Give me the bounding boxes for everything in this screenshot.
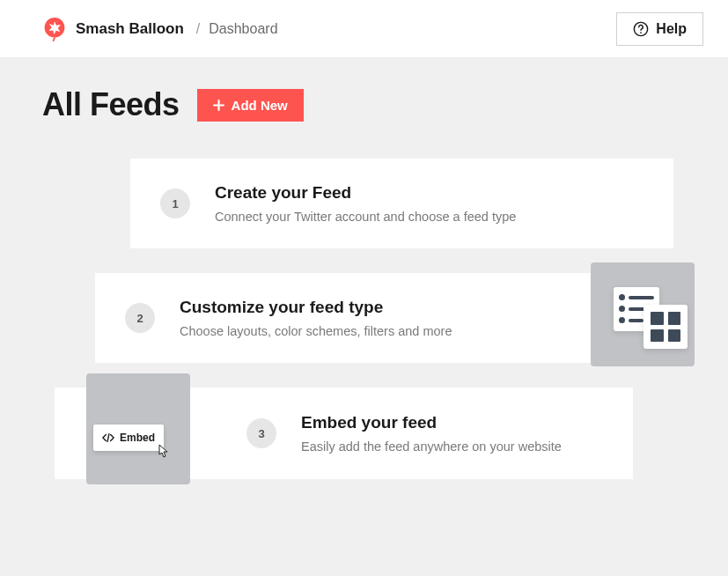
help-button[interactable]: Help bbox=[616, 12, 703, 46]
add-new-label: Add New bbox=[232, 98, 288, 113]
brand: Smash Balloon / Dashboard bbox=[42, 17, 278, 41]
help-label: Help bbox=[656, 21, 687, 37]
plus-icon bbox=[213, 100, 224, 111]
embed-illustration: Embed bbox=[85, 372, 190, 486]
main-content: All Feeds Add New 1 Create your Feed Con… bbox=[0, 58, 728, 507]
step-title: Embed your feed bbox=[301, 413, 603, 432]
svg-point-2 bbox=[640, 32, 642, 33]
step-description: Connect your Twitter account and choose … bbox=[215, 210, 643, 224]
breadcrumb: Dashboard bbox=[209, 21, 277, 37]
step-number: 3 bbox=[246, 418, 276, 448]
title-row: All Feeds Add New bbox=[42, 86, 686, 123]
brand-name: Smash Balloon bbox=[76, 20, 184, 38]
cursor-icon bbox=[155, 444, 169, 462]
help-icon bbox=[633, 21, 649, 37]
breadcrumb-separator: / bbox=[196, 21, 200, 37]
step-number: 2 bbox=[125, 303, 155, 333]
step-body: 3 Embed your feed Easily add the feed an… bbox=[215, 413, 603, 454]
embed-chip-label: Embed bbox=[120, 432, 155, 444]
step-title: Customize your feed type bbox=[180, 298, 564, 317]
step-text: Customize your feed type Choose layouts,… bbox=[180, 298, 564, 338]
top-bar: Smash Balloon / Dashboard Help bbox=[0, 0, 728, 58]
onboarding-steps: 1 Create your Feed Connect your Twitter … bbox=[42, 159, 686, 479]
grid-layout-icon bbox=[643, 305, 688, 349]
step-card-2: 2 Customize your feed type Choose layout… bbox=[95, 273, 686, 363]
embed-chip: Embed bbox=[93, 425, 164, 451]
step-card-1: 1 Create your Feed Connect your Twitter … bbox=[130, 159, 673, 248]
step-title: Create your Feed bbox=[215, 183, 643, 203]
page-title: All Feeds bbox=[42, 86, 180, 123]
step-text: Create your Feed Connect your Twitter ac… bbox=[215, 183, 643, 224]
step-description: Choose layouts, color schemes, filters a… bbox=[180, 324, 564, 338]
code-icon bbox=[102, 432, 114, 443]
step-description: Easily add the feed anywhere on your web… bbox=[301, 439, 603, 454]
step-text: Embed your feed Easily add the feed anyw… bbox=[301, 413, 603, 454]
brand-logo-icon bbox=[42, 17, 67, 41]
add-new-button[interactable]: Add New bbox=[197, 89, 304, 122]
layout-illustration bbox=[589, 261, 695, 366]
step-card-3: Embed 3 Embed your feed Easily add the f… bbox=[55, 388, 633, 479]
step-number: 1 bbox=[160, 188, 190, 218]
